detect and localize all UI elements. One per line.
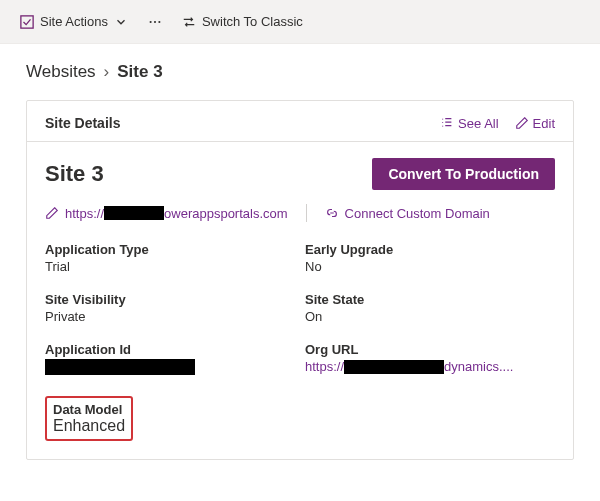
highlight-box: Data Model Enhanced — [45, 396, 133, 441]
more-actions-button[interactable] — [148, 15, 162, 29]
svg-point-3 — [158, 20, 160, 22]
field-label: Site State — [305, 292, 555, 307]
field-value: Trial — [45, 259, 295, 274]
svg-point-2 — [154, 20, 156, 22]
pencil-icon — [515, 116, 529, 130]
field-label: Site Visibility — [45, 292, 295, 307]
field-value — [45, 359, 295, 378]
field-value: Enhanced — [53, 417, 125, 435]
breadcrumb: Websites › Site 3 — [0, 44, 600, 92]
svg-point-1 — [150, 20, 152, 22]
switch-to-classic-button[interactable]: Switch To Classic — [182, 14, 303, 29]
edit-button[interactable]: Edit — [515, 116, 555, 131]
redacted-segment — [45, 359, 195, 375]
field-site-visibility: Site Visibility Private — [45, 292, 295, 324]
card-header-actions: See All Edit — [440, 116, 555, 131]
breadcrumb-root[interactable]: Websites — [26, 62, 96, 82]
chevron-down-icon — [114, 15, 128, 29]
command-bar: Site Actions Switch To Classic — [0, 0, 600, 44]
title-row: Site 3 Convert To Production — [45, 158, 555, 190]
card-header: Site Details See All Edit — [27, 101, 573, 142]
field-label: Application Id — [45, 342, 295, 357]
site-name: Site 3 — [45, 161, 104, 187]
field-value: Private — [45, 309, 295, 324]
see-all-button[interactable]: See All — [440, 116, 498, 131]
list-icon — [440, 116, 454, 130]
ellipsis-icon — [148, 15, 162, 29]
url-row: https://owerappsportals.com Connect Cust… — [45, 204, 555, 222]
swap-icon — [182, 15, 196, 29]
checkbox-checked-icon — [20, 15, 34, 29]
switch-to-classic-label: Switch To Classic — [202, 14, 303, 29]
field-value[interactable]: https://dynamics.... — [305, 359, 555, 374]
field-value: On — [305, 309, 555, 324]
site-details-card: Site Details See All Edit Site 3 Convert… — [26, 100, 574, 460]
field-label: Org URL — [305, 342, 555, 357]
card-title: Site Details — [45, 115, 120, 131]
link-icon — [325, 206, 339, 220]
convert-to-production-button[interactable]: Convert To Production — [372, 158, 555, 190]
breadcrumb-current: Site 3 — [117, 62, 162, 82]
edit-site-url-button[interactable]: https://owerappsportals.com — [45, 206, 288, 221]
site-actions-label: Site Actions — [40, 14, 108, 29]
field-label: Data Model — [53, 402, 125, 417]
see-all-label: See All — [458, 116, 498, 131]
field-label: Early Upgrade — [305, 242, 555, 257]
field-application-type: Application Type Trial — [45, 242, 295, 274]
field-application-id: Application Id — [45, 342, 295, 378]
field-label: Application Type — [45, 242, 295, 257]
pencil-icon — [45, 206, 59, 220]
edit-label: Edit — [533, 116, 555, 131]
connect-custom-domain-button[interactable]: Connect Custom Domain — [325, 206, 490, 221]
details-grid: Application Type Trial Early Upgrade No … — [45, 242, 555, 441]
site-url: https://owerappsportals.com — [65, 206, 288, 221]
chevron-right-icon: › — [104, 62, 110, 82]
redacted-segment — [344, 360, 444, 374]
field-site-state: Site State On — [305, 292, 555, 324]
field-data-model: Data Model Enhanced — [45, 396, 295, 441]
field-value: No — [305, 259, 555, 274]
divider — [306, 204, 307, 222]
card-body: Site 3 Convert To Production https://owe… — [27, 142, 573, 459]
field-org-url: Org URL https://dynamics.... — [305, 342, 555, 378]
redacted-segment — [104, 206, 164, 220]
site-actions-menu[interactable]: Site Actions — [20, 14, 128, 29]
field-early-upgrade: Early Upgrade No — [305, 242, 555, 274]
connect-custom-domain-label: Connect Custom Domain — [345, 206, 490, 221]
svg-rect-0 — [21, 15, 33, 27]
